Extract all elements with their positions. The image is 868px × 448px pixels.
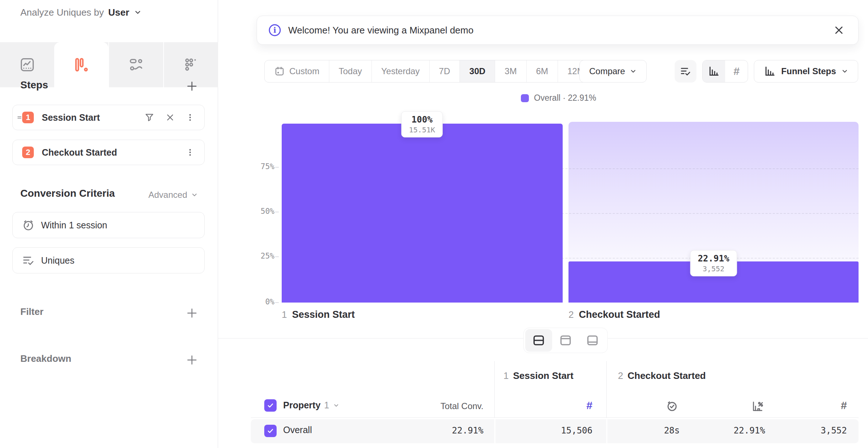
y-axis-tickmark — [275, 212, 279, 212]
bar-value-tooltip: 22.91% 3,552 — [690, 250, 737, 276]
step-row-2[interactable]: 2 Checkout Started — [12, 140, 205, 165]
x-axis-label-step2: 2 Checkout Started — [568, 309, 660, 320]
alarm-clock-icon — [21, 218, 35, 232]
row-checkbox[interactable] — [264, 425, 277, 437]
tab-funnels[interactable] — [54, 42, 108, 87]
table-group-checkout-started: 2 Checkout Started — [618, 370, 706, 381]
kebab-menu-icon[interactable] — [185, 112, 195, 123]
tab-flows[interactable] — [108, 42, 163, 87]
cell-checkout-conv-rate: 22.91% — [685, 425, 765, 436]
uniques-metric-button[interactable] — [675, 60, 696, 83]
date-range-30d[interactable]: 30D — [459, 60, 495, 82]
panel-layout-toggle — [523, 328, 608, 353]
cell-checkout-avg-time: 28s — [600, 425, 680, 436]
remove-step-icon[interactable] — [165, 112, 175, 123]
counting-method-label: Uniques — [41, 255, 75, 266]
insights-chart-icon — [19, 56, 36, 73]
row-name: Overall — [283, 425, 312, 435]
x-axis-label-step1: 1 Session Start — [282, 309, 355, 320]
total-conv-column-header[interactable]: Total Conv. — [403, 401, 483, 411]
add-breakdown-button[interactable] — [186, 354, 198, 366]
date-range-3m[interactable]: 3M — [495, 60, 526, 82]
welcome-banner: i Welcome! You are viewing a Mixpanel de… — [257, 16, 859, 45]
header-border — [251, 417, 859, 418]
info-icon: i — [268, 23, 282, 37]
advanced-dropdown[interactable]: Advanced — [148, 190, 198, 200]
value-display-segmented: # — [702, 60, 748, 83]
step-label[interactable]: Session Start — [42, 112, 100, 123]
chevron-down-icon[interactable] — [134, 8, 142, 16]
date-range-control: Custom Today Yesterday 7D 30D 3M 6M 12M — [264, 60, 594, 83]
table-group-session-start: 1 Session Start — [503, 370, 574, 381]
cell-session-start-count: 15,506 — [513, 425, 592, 436]
avg-time-column-icon[interactable] — [665, 399, 679, 413]
conv-rate-column-icon[interactable] — [751, 399, 764, 413]
y-axis-tickmark — [275, 167, 279, 168]
advanced-label: Advanced — [148, 190, 187, 200]
add-filter-button[interactable] — [186, 307, 198, 319]
chart-toolbar: Custom Today Yesterday 7D 30D 3M 6M 12M … — [218, 60, 868, 83]
hash-icon: # — [734, 65, 740, 77]
count-column-icon-selected[interactable]: # — [563, 399, 592, 412]
row-column-gap — [494, 419, 495, 443]
breakdown-section-label: Breakdown — [20, 353, 71, 364]
cell-total-conv: 22.91% — [403, 425, 483, 436]
bar-value-tooltip: 100% 15.51K — [401, 111, 443, 137]
step-number-badge: 2 — [22, 147, 34, 158]
close-icon[interactable] — [833, 24, 845, 36]
sidebar: Analyze Uniques by User — [0, 0, 218, 448]
date-range-6m[interactable]: 6M — [526, 60, 558, 82]
compare-button[interactable]: Compare — [579, 60, 647, 83]
y-axis-tickmark — [275, 256, 279, 257]
conversion-window-label: Within 1 session — [41, 220, 107, 231]
analyze-by-label: Analyze Uniques by — [20, 7, 104, 18]
tooltip-count: 15.51K — [409, 125, 435, 134]
select-all-checkbox[interactable] — [264, 399, 277, 412]
number-view-button[interactable]: # — [725, 60, 748, 83]
step-number-badge: 1 — [22, 112, 34, 123]
filter-funnel-icon[interactable] — [144, 112, 155, 123]
count-column-icon[interactable]: # — [818, 399, 847, 412]
funnel-steps-dropdown[interactable]: Funnel Steps — [754, 60, 858, 83]
split-view-button[interactable] — [525, 329, 552, 352]
top-panel-icon — [558, 333, 573, 347]
bottom-panel-icon — [585, 333, 600, 347]
drag-handle-icon[interactable] — [16, 114, 23, 121]
step-label[interactable]: Checkout Started — [42, 147, 117, 158]
y-axis-tick: 50% — [240, 207, 274, 216]
funnel-bars-icon — [73, 56, 90, 73]
y-axis-tickmark — [275, 302, 279, 303]
legend-label: Overall · 22.91% — [534, 93, 596, 103]
list-check-icon — [21, 253, 35, 267]
calendar-icon — [274, 66, 285, 77]
bar-chart-icon — [708, 65, 720, 77]
date-range-yesterday[interactable]: Yesterday — [371, 60, 429, 82]
analyze-by-value[interactable]: User — [108, 7, 129, 18]
kebab-menu-icon[interactable] — [185, 147, 195, 158]
filter-section-label: Filter — [20, 306, 44, 317]
bar-chart-view-button[interactable] — [703, 60, 725, 83]
column-border — [494, 361, 495, 417]
conversion-window-row[interactable]: Within 1 session — [12, 212, 205, 238]
table-only-view-button[interactable] — [579, 329, 606, 352]
bar-chart-icon — [764, 65, 776, 77]
list-check-icon — [679, 65, 692, 77]
svg-text:i: i — [273, 26, 276, 35]
cell-checkout-count: 3,552 — [767, 425, 847, 436]
date-range-today[interactable]: Today — [329, 60, 371, 82]
chart-legend[interactable]: Overall · 22.91% — [521, 93, 596, 103]
banner-message: Welcome! You are viewing a Mixpanel demo — [288, 25, 474, 36]
property-column-header[interactable]: Property 1 — [283, 400, 339, 411]
add-step-button[interactable] — [186, 80, 198, 92]
step-row-1[interactable]: 1 Session Start — [12, 105, 205, 130]
main-content: i Welcome! You are viewing a Mixpanel de… — [218, 0, 868, 448]
funnel-chart-plot: 100% 15.51K 22.91% 3,552 — [282, 124, 859, 303]
tooltip-percentage: 22.91% — [698, 253, 730, 264]
analyze-by-row: Analyze Uniques by User — [20, 3, 142, 22]
tooltip-count: 3,552 — [698, 264, 730, 273]
date-range-custom[interactable]: Custom — [265, 60, 329, 82]
date-range-7d[interactable]: 7D — [429, 60, 460, 82]
counting-method-row[interactable]: Uniques — [12, 247, 205, 273]
chart-only-view-button[interactable] — [552, 329, 579, 352]
funnel-bar-session-start[interactable] — [282, 124, 563, 303]
